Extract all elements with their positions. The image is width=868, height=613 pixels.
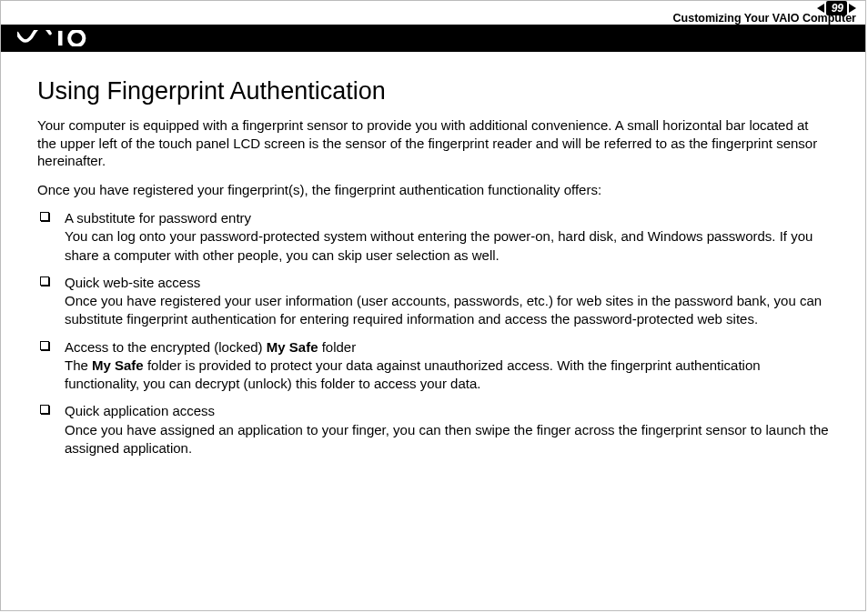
page-title: Using Fingerprint Authentication (37, 77, 829, 106)
prev-page-arrow-icon[interactable] (817, 4, 824, 13)
page-number-badge: 99 (826, 1, 847, 15)
list-item: Quick web-site access Once you have regi… (37, 274, 829, 329)
svg-rect-0 (58, 31, 63, 45)
intro-paragraph-2: Once you have registered your fingerprin… (37, 181, 829, 199)
list-item-title: Access to the encrypted (locked) My Safe… (65, 338, 829, 357)
list-item: Quick application access Once you have a… (37, 402, 829, 457)
bullet-icon (40, 276, 49, 286)
list-item-desc: You can log onto your password-protected… (65, 227, 829, 265)
page-number-text: 99 (832, 2, 843, 15)
list-item-title: A substitute for password entry (65, 209, 829, 227)
list-item-desc: The My Safe folder is provided to protec… (65, 357, 829, 394)
feature-list: A substitute for password entry You can … (37, 209, 829, 457)
intro-paragraph-1: Your computer is equipped with a fingerp… (37, 116, 829, 170)
vaio-logo-icon (17, 30, 107, 46)
list-item-title: Quick application access (65, 402, 829, 420)
content-area: Using Fingerprint Authentication Your co… (37, 77, 829, 467)
list-item: Access to the encrypted (locked) My Safe… (37, 338, 829, 394)
list-item-desc: Once you have assigned an application to… (65, 421, 829, 458)
header-line: 99 (1, 1, 865, 12)
page-nav: 99 (817, 1, 856, 15)
page-container: 99 Customizing Your VAIO Computer .topli… (0, 0, 866, 611)
next-page-arrow-icon[interactable] (849, 4, 856, 13)
list-item-title: Quick web-site access (65, 274, 829, 292)
bullet-icon (40, 405, 49, 414)
bullet-icon (40, 212, 49, 221)
list-item-desc: Once you have registered your user infor… (65, 292, 829, 329)
list-item: A substitute for password entry You can … (37, 209, 829, 265)
brand-bar (1, 25, 865, 52)
bullet-icon (40, 341, 49, 350)
svg-point-1 (69, 31, 84, 45)
